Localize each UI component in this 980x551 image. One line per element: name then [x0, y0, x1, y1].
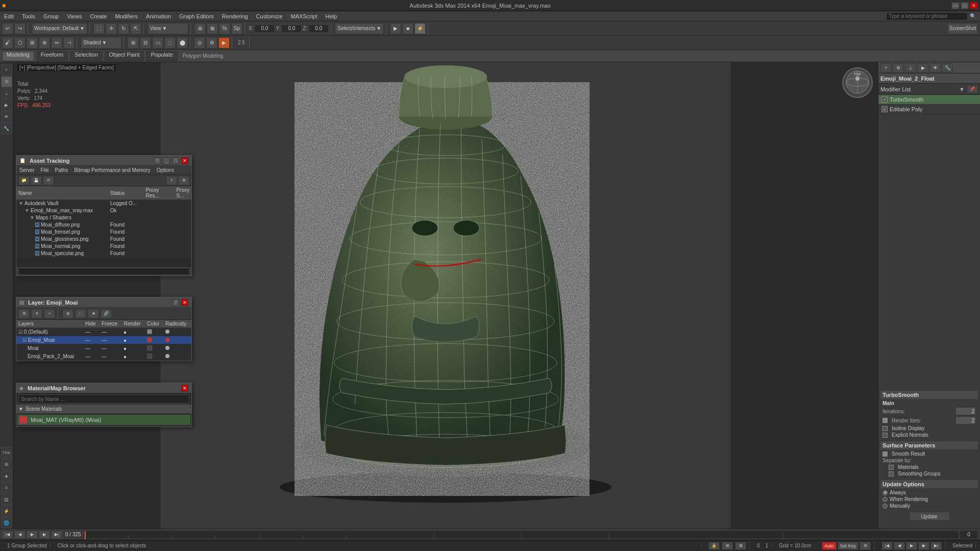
menu-graph-editors[interactable]: Graph Editors	[175, 12, 218, 20]
menu-rendering[interactable]: Rendering	[218, 12, 252, 20]
sidebar-utilities-icon[interactable]: 🔧	[1, 123, 12, 134]
menu-group[interactable]: Group	[39, 12, 63, 20]
search-icon[interactable]: 🔍	[970, 13, 976, 19]
asset-tracking-minimize-button[interactable]: _	[163, 157, 170, 164]
sidebar-render-scene-icon[interactable]: ⚡	[1, 506, 12, 517]
statusbar-snap-icon[interactable]: ⊞	[722, 542, 733, 550]
render-iters-input[interactable]	[955, 416, 976, 424]
set-key-button[interactable]: Set Key	[838, 542, 859, 550]
material-browser-close-button[interactable]: ✕	[181, 385, 188, 392]
workspace-dropdown[interactable]: Workspace: Default ▼	[32, 23, 87, 34]
table-row[interactable]: ▼Maps / Shaders	[16, 214, 191, 221]
asset-table-scroll[interactable]: Name Status Proxy Res... Proxy S... ▼Aut…	[16, 186, 191, 257]
table-row[interactable]: 🖼Moai_specular.png Found	[16, 250, 191, 257]
modifier-enable-checkbox[interactable]: ✓	[881, 106, 888, 112]
rotate-button[interactable]: ↻	[118, 23, 129, 34]
material-browser-title-bar[interactable]: ◈ Material/Map Browser ✕	[16, 383, 191, 393]
reference-coord-dropdown[interactable]: View▼	[148, 23, 188, 34]
statusbar-ortho-icon[interactable]: ⊠	[735, 542, 746, 550]
modifier-pin-icon[interactable]: 📌	[967, 85, 978, 93]
layer-color-swatch[interactable]	[147, 337, 152, 342]
statusbar-lock-icon[interactable]: 🔒	[708, 542, 720, 550]
z-coord-input[interactable]	[308, 24, 329, 33]
menu-modifiers[interactable]: Modifiers	[111, 12, 142, 20]
undo-button[interactable]: ↩	[2, 23, 13, 34]
select-button[interactable]: ⬚	[93, 23, 105, 34]
transform-icon[interactable]: ⊞	[27, 37, 38, 48]
menu-customize[interactable]: Customize	[252, 12, 287, 20]
layer-color-swatch[interactable]	[147, 354, 152, 359]
sidebar-create-icon[interactable]: +	[1, 64, 12, 76]
sidebar-modify-icon[interactable]: ⚙	[1, 76, 12, 87]
menu-help[interactable]: Help	[322, 12, 341, 20]
render-frame-button[interactable]: ⚡	[414, 23, 426, 34]
selection-filter-dropdown[interactable]: Select/Intersects▼	[335, 23, 384, 34]
layer-color-swatch[interactable]	[147, 329, 152, 334]
layer-add-icon[interactable]: +	[44, 309, 55, 318]
layer-pick-icon[interactable]: ⊕	[62, 309, 74, 318]
lasso-select-icon[interactable]: ◌	[164, 37, 176, 48]
sidebar-motion-icon[interactable]: ▶	[1, 99, 12, 111]
menu-tools[interactable]: Tools	[18, 12, 39, 20]
table-row[interactable]: ▼Autodesk Vault Logged O...	[16, 200, 191, 207]
auto-key-button[interactable]: Auto	[822, 542, 837, 550]
asset-menu-bitmap[interactable]: Bitmap Performance and Memory	[71, 166, 154, 174]
table-row[interactable]: Emoji_Pack_2_Moai — — ■	[16, 353, 191, 361]
timeline-play[interactable]: ▶	[27, 531, 38, 539]
at-folder-icon[interactable]: 📁	[18, 176, 30, 185]
sidebar-environment-icon[interactable]: 🌐	[1, 517, 12, 529]
minimize-button[interactable]: —	[951, 2, 960, 9]
asset-path-input[interactable]	[18, 268, 189, 275]
paint-brush-icon[interactable]: 🖌	[2, 37, 13, 48]
pivot-icon[interactable]: ⊕	[39, 37, 50, 48]
timeline-next-key[interactable]: ▶|	[51, 531, 62, 539]
percent-snap[interactable]: %	[219, 23, 230, 34]
sidebar-material-editor-icon[interactable]: ◈	[1, 470, 12, 482]
asset-menu-server[interactable]: Server	[16, 166, 37, 174]
asset-menu-paths[interactable]: Paths	[52, 166, 71, 174]
at-reload-icon[interactable]: ⟳	[43, 176, 54, 185]
prev-frame-button[interactable]: ◀	[894, 542, 905, 550]
layer-table-scroll[interactable]: Layers Hide Freeze Render Color Radiosit…	[16, 320, 191, 361]
modifier-editable-poly[interactable]: ✓ Editable Poly	[878, 105, 980, 114]
rp-utilities-icon[interactable]: 🔧	[942, 63, 953, 72]
at-save-icon[interactable]: 💾	[31, 176, 42, 185]
modifier-turbosmooth[interactable]: ✓ TurboSmooth	[878, 95, 980, 105]
at-config-icon[interactable]: ⚙	[178, 176, 189, 185]
shading-dropdown[interactable]: Shaded▼	[81, 37, 121, 48]
timeline-track[interactable]	[84, 531, 959, 539]
scale-button[interactable]: ⇱	[130, 23, 141, 34]
snap-toggle[interactable]: ⊞	[194, 23, 206, 34]
manually-radio[interactable]	[883, 504, 888, 509]
navigation-gizmo[interactable]: TOP	[842, 67, 873, 98]
maximize-button[interactable]: □	[961, 2, 969, 9]
spinner-snap[interactable]: Sp	[231, 23, 242, 34]
key-filters-icon[interactable]: ⚙	[860, 542, 871, 550]
layer-delete-icon[interactable]: ✕	[31, 309, 42, 318]
tab-object-paint[interactable]: Object Paint	[105, 51, 144, 61]
material-search-input[interactable]	[18, 394, 189, 404]
angle-snap[interactable]: ⊠	[207, 23, 218, 34]
object-isolate-icon[interactable]: ◎	[194, 37, 205, 48]
always-radio[interactable]	[883, 490, 888, 495]
next-key-button[interactable]: ▶|	[930, 542, 942, 550]
paint-select-icon[interactable]: ⬤	[177, 37, 188, 48]
table-row[interactable]: ☑Emoji_Moai — — ■	[16, 336, 191, 344]
table-row[interactable]: 🖼Moai_glossiness.png Found	[16, 236, 191, 243]
rp-create-icon[interactable]: +	[880, 63, 892, 72]
table-row[interactable]: ▼Emoji_Moai_max_vray.max Ok	[16, 207, 191, 214]
asset-menu-options[interactable]: Options	[154, 166, 177, 174]
redo-button[interactable]: ↪	[14, 23, 26, 34]
table-row[interactable]: ☑0 (Default) — — ■	[16, 328, 191, 336]
sidebar-schematic-icon[interactable]: ⊞	[1, 459, 12, 470]
menu-maxscript[interactable]: MAXScript	[287, 12, 322, 20]
menu-create[interactable]: Create	[86, 12, 111, 20]
menu-animation[interactable]: Animation	[142, 12, 175, 20]
asset-tracking-title-bar[interactable]: 📋 Asset Tracking ? _ □ ✕	[16, 156, 191, 166]
tab-populate[interactable]: Populate	[146, 51, 177, 61]
timeline-frame-input[interactable]	[960, 531, 978, 539]
timeline-next-frame[interactable]: ▶	[39, 531, 50, 539]
table-row[interactable]: 🖼Moai_frensel.png Found	[16, 229, 191, 236]
asset-tracking-restore-button[interactable]: □	[172, 157, 179, 164]
timeline-prev-frame[interactable]: ◀	[14, 531, 26, 539]
